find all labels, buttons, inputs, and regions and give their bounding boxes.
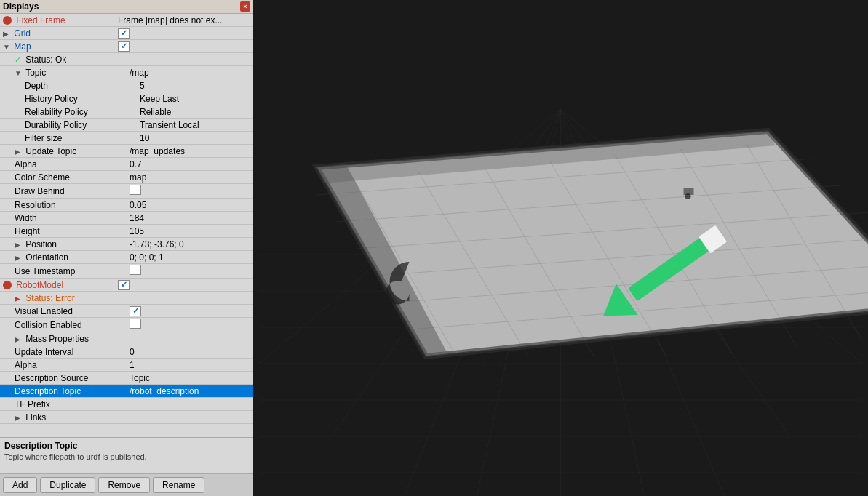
displays-header: Displays × <box>0 0 253 14</box>
grid-enable-checkbox[interactable] <box>118 28 130 39</box>
depth-row: Depth 5 <box>0 79 253 92</box>
draw-behind-row: Draw Behind <box>0 184 253 199</box>
depth-value: 5 <box>138 81 252 91</box>
visual-enabled-row: Visual Enabled <box>0 305 253 318</box>
reliability-policy-label: Reliability Policy <box>23 107 138 117</box>
robot-model-label: RobotModel <box>1 280 116 290</box>
depth-label: Depth <box>23 81 138 91</box>
info-area: Description Topic Topic where filepath t… <box>0 437 253 473</box>
3d-viewport[interactable]: ◀ <box>253 0 868 496</box>
collision-enabled-enable-checkbox[interactable] <box>130 319 141 329</box>
description-source-label: Description Source <box>13 373 128 383</box>
visual-enabled-checkbox[interactable] <box>128 305 252 316</box>
resolution-row: Resolution 0.05 <box>0 199 253 212</box>
alpha-row: Alpha 0.7 <box>0 158 253 171</box>
visual-enabled-enable-checkbox[interactable] <box>130 306 141 316</box>
tf-prefix-label: TF Prefix <box>13 399 128 409</box>
position-expand-icon: ▶ <box>15 241 22 249</box>
update-interval-row: Update Interval 0 <box>0 345 253 359</box>
status-error-label: ▶ Status: Error <box>13 293 128 303</box>
green-check-icon: ✓ <box>15 55 21 65</box>
height-label: Height <box>13 226 128 236</box>
draw-behind-checkbox[interactable] <box>128 185 252 197</box>
fixed-frame-row[interactable]: Fixed Frame Frame [map] does not ex... <box>0 14 253 27</box>
history-policy-row: History Policy Keep Last <box>0 92 253 105</box>
topic-row[interactable]: ▼ Topic /map <box>0 66 253 79</box>
orientation-row[interactable]: ▶ Orientation 0; 0; 0; 1 <box>0 251 253 264</box>
height-row: Height 105 <box>0 225 253 238</box>
collision-enabled-checkbox[interactable] <box>128 319 252 331</box>
use-timestamp-row: Use Timestamp <box>0 264 253 279</box>
links-row[interactable]: ▶ Links <box>0 411 253 424</box>
alpha-value: 0.7 <box>128 159 252 169</box>
resolution-value: 0.05 <box>128 200 252 210</box>
update-topic-label: ▶ Update Topic <box>13 146 128 156</box>
grid-row[interactable]: ▶ Grid <box>0 27 253 40</box>
expand-icon: ▶ <box>3 30 10 38</box>
map-enable-checkbox[interactable] <box>118 41 130 52</box>
map-expand-icon: ▼ <box>3 43 10 51</box>
description-source-row: Description Source Topic <box>0 372 253 385</box>
width-value: 184 <box>128 213 252 223</box>
update-topic-expand-icon: ▶ <box>15 148 22 156</box>
orientation-expand-icon: ▶ <box>15 254 22 262</box>
collision-enabled-row: Collision Enabled <box>0 318 253 332</box>
color-scheme-value: map <box>128 172 252 183</box>
update-interval-label: Update Interval <box>13 347 128 357</box>
position-row[interactable]: ▶ Position -1.73; -3.76; 0 <box>0 238 253 251</box>
displays-title: Displays <box>3 1 39 12</box>
map-checkbox[interactable] <box>116 41 252 52</box>
status-ok-row: ✓ Status: Ok <box>0 53 253 66</box>
draw-behind-enable-checkbox[interactable] <box>130 185 141 195</box>
use-timestamp-checkbox[interactable] <box>128 265 252 277</box>
mass-properties-row[interactable]: ▶ Mass Properties <box>0 332 253 345</box>
alpha2-label: Alpha <box>13 360 128 370</box>
filter-size-row: Filter size 10 <box>0 132 253 145</box>
width-row: Width 184 <box>0 212 253 225</box>
add-button[interactable]: Add <box>3 477 37 493</box>
robot-model-checkbox[interactable] <box>116 279 252 290</box>
color-scheme-label: Color Scheme <box>13 172 128 183</box>
3d-scene-svg <box>253 0 868 496</box>
displays-close-button[interactable]: × <box>240 1 250 12</box>
fixed-frame-label: Fixed Frame <box>1 15 116 25</box>
orientation-label: ▶ Orientation <box>13 252 128 263</box>
info-text: Topic where filepath to urdf is publishe… <box>4 452 249 461</box>
mass-properties-expand-icon: ▶ <box>15 335 22 343</box>
tf-prefix-row: TF Prefix <box>0 398 253 411</box>
status-error-row[interactable]: ▶ Status: Error <box>0 292 253 305</box>
links-label: ▶ Links <box>13 412 128 423</box>
resolution-label: Resolution <box>13 200 128 210</box>
bottom-buttons: Add Duplicate Remove Rename <box>0 473 253 496</box>
map-row[interactable]: ▼ Map <box>0 40 253 53</box>
map-label: ▼ Map <box>1 41 116 52</box>
left-panel: Displays × Fixed Frame Frame [map] does … <box>0 0 253 496</box>
alpha2-value: 1 <box>128 360 252 370</box>
topic-label: ▼ Topic <box>13 68 128 78</box>
status-ok-label: ✓ Status: Ok <box>13 55 128 65</box>
alpha-label: Alpha <box>13 159 128 169</box>
height-value: 105 <box>128 226 252 236</box>
description-source-value: Topic <box>128 373 252 383</box>
use-timestamp-enable-checkbox[interactable] <box>130 265 141 275</box>
duplicate-button[interactable]: Duplicate <box>40 477 95 493</box>
visual-enabled-label: Visual Enabled <box>13 306 128 316</box>
robot-model-red-circle-icon <box>3 281 12 289</box>
collision-enabled-label: Collision Enabled <box>13 320 128 330</box>
remove-button[interactable]: Remove <box>98 477 150 493</box>
update-topic-row[interactable]: ▶ Update Topic /map_updates <box>0 145 253 158</box>
svg-rect-38 <box>684 188 694 195</box>
durability-policy-row: Durability Policy Transient Local <box>0 119 253 132</box>
rename-button[interactable]: Rename <box>153 477 204 493</box>
description-topic-label: Description Topic <box>13 386 128 396</box>
status-error-expand-icon: ▶ <box>15 295 22 303</box>
use-timestamp-label: Use Timestamp <box>13 266 128 276</box>
history-policy-label: History Policy <box>23 94 138 104</box>
robot-model-enable-checkbox[interactable] <box>118 280 130 290</box>
description-topic-row[interactable]: Description Topic /robot_description <box>0 385 253 398</box>
durability-policy-value: Transient Local <box>138 120 252 130</box>
displays-tree[interactable]: Fixed Frame Frame [map] does not ex... ▶… <box>0 14 253 437</box>
history-policy-value: Keep Last <box>138 94 252 104</box>
grid-checkbox[interactable] <box>116 28 252 39</box>
robot-model-row[interactable]: RobotModel <box>0 279 253 292</box>
